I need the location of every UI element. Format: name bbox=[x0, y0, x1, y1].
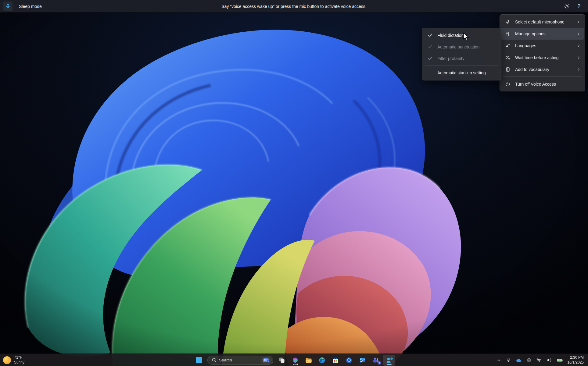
manage-options-submenu: Fluid dictation Automatic punctuation Fi… bbox=[422, 28, 501, 80]
voice-access-settings-button[interactable] bbox=[562, 2, 572, 11]
sun-icon bbox=[3, 356, 11, 364]
menu-item-wait-time-before-acting[interactable]: Wait time before acting bbox=[501, 52, 584, 63]
onedrive-cloud-icon bbox=[516, 358, 522, 363]
submenu-item-fluid-dictation[interactable]: Fluid dictation bbox=[423, 30, 500, 41]
microsoft-edge-icon bbox=[318, 357, 326, 364]
menu-item-label: Add to vocabulary bbox=[515, 67, 576, 72]
submenu-item-filter-profanity[interactable]: Filter profanity bbox=[423, 53, 500, 64]
submenu-item-label: Automatic start-up setting bbox=[437, 70, 497, 75]
taskbar: 71°F Sunny bbox=[0, 354, 588, 366]
windows-logo-icon bbox=[196, 357, 202, 363]
tray-battery-button[interactable] bbox=[554, 355, 565, 366]
gear-icon bbox=[564, 3, 570, 9]
voice-access-settings-menu: Select default microphone Manage options… bbox=[500, 14, 585, 91]
app-microsoft-365-copilot[interactable]: M365 bbox=[289, 355, 301, 366]
tray-show-hidden-icons-button[interactable] bbox=[494, 355, 504, 366]
wifi-shield-icon bbox=[536, 357, 542, 363]
voice-access-bar: Sleep mode Say “voice access wake up” or… bbox=[0, 0, 588, 12]
tray-date: 10/1/2025 bbox=[568, 360, 584, 365]
app-outlook[interactable] bbox=[356, 355, 368, 366]
m365-badge: M365 bbox=[292, 363, 298, 365]
power-icon bbox=[505, 81, 511, 87]
menu-item-label: Wait time before acting bbox=[515, 55, 576, 60]
chevron-right-icon bbox=[576, 32, 581, 36]
voice-access-mode-label: Sleep mode bbox=[19, 0, 42, 12]
weather-widget[interactable]: 71°F Sunny bbox=[3, 354, 24, 366]
language-icon bbox=[505, 43, 511, 49]
tray-time: 2:30 PM bbox=[568, 355, 584, 360]
app-file-explorer[interactable] bbox=[303, 355, 315, 366]
checkmark-spacer bbox=[428, 70, 434, 75]
microphone-icon bbox=[506, 357, 511, 363]
menu-item-label: Select default microphone bbox=[515, 20, 576, 24]
microphone-icon bbox=[505, 19, 511, 25]
tray-studio-effects-button[interactable] bbox=[524, 355, 534, 366]
search-highlights-button[interactable] bbox=[261, 357, 272, 364]
menu-item-languages[interactable]: Languages bbox=[501, 40, 584, 52]
search-highlights-icon bbox=[263, 357, 270, 363]
mouse-cursor bbox=[462, 32, 470, 41]
outlook-icon bbox=[359, 357, 366, 364]
speaker-icon bbox=[547, 357, 552, 363]
copilot-app-icon bbox=[345, 357, 353, 364]
chevron-right-icon bbox=[576, 44, 581, 48]
tray-volume-button[interactable] bbox=[544, 355, 554, 366]
menu-item-manage-options[interactable]: Manage options bbox=[501, 28, 584, 40]
app-microsoft-edge[interactable] bbox=[316, 355, 328, 366]
task-view-button[interactable] bbox=[276, 355, 288, 366]
weather-temperature: 71°F bbox=[14, 355, 24, 360]
menu-item-select-default-microphone[interactable]: Select default microphone bbox=[501, 16, 584, 28]
start-button[interactable] bbox=[193, 355, 205, 366]
checkmark-icon bbox=[428, 56, 434, 61]
checkmark-icon bbox=[428, 44, 434, 49]
microsoft-365-copilot-icon bbox=[292, 357, 299, 364]
file-explorer-icon bbox=[305, 357, 312, 364]
submenu-item-automatic-punctuation[interactable]: Automatic punctuation bbox=[423, 41, 500, 53]
chevron-right-icon bbox=[576, 20, 581, 24]
checkmark-icon bbox=[428, 33, 434, 38]
book-icon bbox=[505, 66, 511, 73]
tray-clock[interactable]: 2:30 PM 10/1/2025 bbox=[566, 355, 586, 365]
tray-onedrive-button[interactable] bbox=[514, 355, 524, 366]
app-microsoft-teams[interactable]: T bbox=[370, 355, 382, 366]
weather-condition: Sunny bbox=[14, 360, 24, 365]
help-icon: ? bbox=[577, 3, 580, 9]
submenu-item-label: Automatic punctuation bbox=[437, 44, 497, 49]
menu-item-add-to-vocabulary[interactable]: Add to vocabulary bbox=[501, 63, 584, 75]
search-input[interactable] bbox=[219, 358, 255, 362]
menu-separator bbox=[503, 76, 582, 77]
voice-access-help-button[interactable]: ? bbox=[574, 2, 584, 11]
menu-item-label: Turn off Voice Access bbox=[515, 82, 581, 87]
chevron-up-icon bbox=[497, 358, 501, 363]
submenu-separator bbox=[425, 66, 498, 66]
menu-item-turn-off-voice-access[interactable]: Turn off Voice Access bbox=[501, 78, 584, 90]
menu-item-label: Languages bbox=[515, 43, 576, 48]
submenu-item-label: Filter profanity bbox=[437, 56, 497, 61]
microphone-icon bbox=[5, 4, 11, 9]
active-app-indicator bbox=[387, 364, 392, 365]
search-icon bbox=[211, 357, 217, 363]
voice-access-mic-button[interactable] bbox=[3, 2, 13, 11]
teams-badge: T bbox=[378, 361, 381, 364]
app-copilot[interactable] bbox=[343, 355, 355, 366]
chevron-right-icon bbox=[576, 55, 581, 60]
microsoft-store-icon bbox=[332, 357, 339, 364]
cube-icon bbox=[526, 357, 532, 363]
clock-icon bbox=[505, 55, 511, 61]
app-voice-access-active[interactable] bbox=[383, 355, 395, 366]
tray-network-button[interactable] bbox=[534, 355, 544, 366]
tray-microphone-button[interactable] bbox=[504, 355, 513, 366]
menu-item-label: Manage options bbox=[515, 31, 576, 36]
sliders-icon bbox=[505, 31, 511, 37]
task-view-icon bbox=[278, 357, 285, 364]
chevron-right-icon bbox=[576, 67, 581, 72]
taskbar-search-box[interactable] bbox=[207, 356, 273, 365]
voice-access-app-icon bbox=[385, 356, 393, 364]
battery-charging-icon bbox=[557, 358, 563, 362]
voice-access-message: Say “voice access wake up” or press the … bbox=[0, 0, 588, 12]
submenu-item-automatic-start-up-setting[interactable]: Automatic start-up setting bbox=[423, 67, 500, 79]
app-microsoft-store[interactable] bbox=[329, 355, 342, 366]
